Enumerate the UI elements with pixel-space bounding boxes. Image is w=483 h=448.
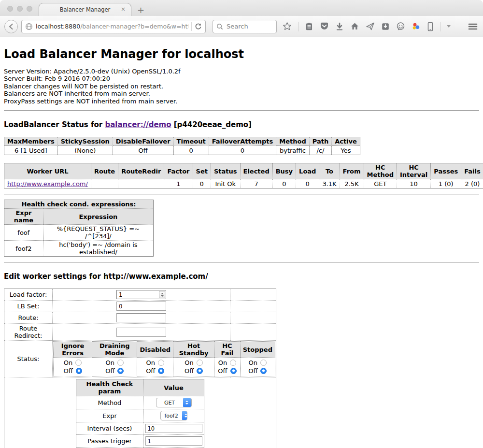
zoom-window-button[interactable] (27, 6, 32, 12)
route-redirect-input[interactable] (116, 328, 166, 337)
col-method: Method (276, 137, 309, 146)
heading-suffix: [p4420eeae_demo] (171, 120, 252, 129)
hot-standby-on-radio[interactable] (197, 360, 203, 366)
stepper-icon[interactable] (159, 291, 165, 298)
chat-icon[interactable] (396, 22, 405, 31)
url-bar[interactable]: localhost:8880/balancer-manager?b=demo&w… (21, 20, 206, 33)
radio-on-label: On (64, 359, 72, 367)
disabled-on-radio[interactable] (158, 360, 164, 366)
col-to: To (319, 163, 340, 179)
col-hc-value: Value (143, 379, 204, 396)
empty-cell (230, 301, 276, 312)
cell-expression: hc('body') =~ /domain is established/ (43, 241, 153, 257)
status-label: Status: (4, 341, 53, 377)
balancer-row: 6 [1 Used] (None) Off 0 0 bytraffic /c/ … (4, 146, 360, 155)
urlbar-divider (191, 22, 192, 31)
tab-title: Balancer Manager (60, 6, 111, 13)
col-expr-name: Expr name (4, 209, 43, 225)
pocket-icon[interactable] (320, 22, 329, 31)
device-icon[interactable] (427, 22, 434, 31)
hot-standby-off-radio[interactable] (197, 368, 203, 374)
cell-fails: 2 (0) (461, 179, 483, 188)
col-failoverattempts: FailoverAttempts (209, 137, 276, 146)
loadbalancer-status-heading: LoadBalancer Status for balancer://demo … (4, 120, 479, 129)
radio-off-label: Off (63, 367, 72, 375)
passes-input[interactable] (145, 436, 202, 446)
disabled-off-radio[interactable] (158, 368, 164, 374)
divider (4, 110, 479, 111)
navigation-toolbar: localhost:8880/balancer-manager?b=demo&w… (0, 16, 483, 37)
colors-icon[interactable] (412, 22, 421, 31)
back-button[interactable] (4, 20, 18, 33)
col-route: Route (91, 163, 118, 179)
col-fails: Fails (461, 163, 483, 179)
save-page-icon[interactable] (381, 22, 390, 31)
route-label: Route: (4, 312, 53, 324)
url-text[interactable]: localhost:8880/balancer-manager?b=demo&w… (36, 23, 188, 30)
lb-set-input[interactable] (116, 302, 166, 311)
search-bar[interactable] (213, 20, 277, 33)
worker-header-row: Worker URL Route RouteRedir Factor Set S… (4, 163, 483, 179)
browser-window: Balancer Manager × + localhost:8880/bala… (0, 0, 483, 448)
col-passes: Passes (431, 163, 461, 179)
server-built-line: Server Built: Feb 9 2016 07:00:20 (4, 75, 479, 82)
cell-maxmembers: 6 [1 Used] (4, 146, 58, 155)
expressions-title: Health check cond. expressions: (4, 200, 154, 209)
hc-fail-off-radio[interactable] (230, 368, 237, 374)
cell-status: Init Ok (211, 179, 240, 188)
hc-fail-on-radio[interactable] (230, 360, 236, 366)
radio-on-label: On (146, 359, 155, 367)
col-worker-url: Worker URL (4, 163, 91, 179)
cell-passes: 1 (0) (431, 179, 461, 188)
tab-close-icon[interactable]: × (121, 6, 126, 12)
radio-on-label: On (185, 359, 193, 367)
heading-prefix: LoadBalancer Status for (4, 120, 105, 129)
toolbar-divider (298, 22, 298, 31)
hc-expr-label: Expr (76, 409, 143, 422)
interval-input[interactable] (145, 424, 202, 433)
new-tab-button[interactable]: + (137, 6, 144, 14)
route-input[interactable] (116, 313, 166, 322)
reading-list-icon[interactable] (305, 22, 313, 31)
worker-url-link[interactable]: http://www.example.com/ (7, 180, 88, 188)
send-icon[interactable] (366, 22, 375, 31)
hc-header-row: Health Check param Value (76, 379, 204, 396)
menu-icon[interactable] (468, 23, 478, 30)
close-window-button[interactable] (7, 6, 13, 12)
lb-set-label: LB Set: (4, 301, 53, 312)
expressions-table: Health check cond. expressions: Expr nam… (4, 200, 154, 257)
reload-icon[interactable] (195, 23, 202, 30)
expr-select[interactable]: foof2 (160, 411, 187, 420)
draining-mode-on-radio[interactable] (117, 360, 124, 366)
route-row: Route: (4, 312, 276, 324)
radio-on-label: On (218, 359, 227, 367)
stopped-on-radio[interactable] (260, 360, 267, 366)
ignore-errors-on-radio[interactable] (75, 360, 82, 366)
method-select[interactable]: GET (156, 398, 192, 407)
radio-off-label: Off (248, 367, 257, 375)
cell-disablefailover: Off (113, 146, 173, 155)
stopped-off-radio[interactable] (260, 368, 267, 374)
radio-off-label: Off (105, 367, 114, 375)
cell-to: 3.1K (319, 179, 340, 188)
minimize-window-button[interactable] (17, 6, 23, 12)
col-hc-param: Health Check param (76, 379, 143, 396)
radio-on-label: On (249, 359, 257, 367)
home-icon[interactable] (350, 22, 359, 31)
cell-factor: 1 (164, 179, 193, 188)
expression-row: foof2 hc('body') =~ /domain is establish… (4, 241, 154, 257)
chevron-down-icon[interactable] (447, 25, 451, 28)
search-input[interactable] (226, 22, 269, 30)
cell-set: 0 (193, 179, 211, 188)
download-icon[interactable] (335, 22, 344, 31)
tab-balancer-manager[interactable]: Balancer Manager × (39, 3, 131, 16)
col-routeredir: RouteRedir (118, 163, 164, 179)
draining-mode-off-radio[interactable] (117, 368, 124, 374)
hc-method-row: Method GET (76, 396, 204, 409)
balancer-link[interactable]: balancer://demo (105, 120, 171, 129)
ignore-errors-off-radio[interactable] (76, 368, 82, 374)
radio-off-label: Off (185, 367, 194, 375)
col-stickysession: StickySession (57, 137, 113, 146)
bookmark-star-icon[interactable] (283, 22, 292, 31)
load-factor-label: Load factor: (4, 289, 53, 301)
